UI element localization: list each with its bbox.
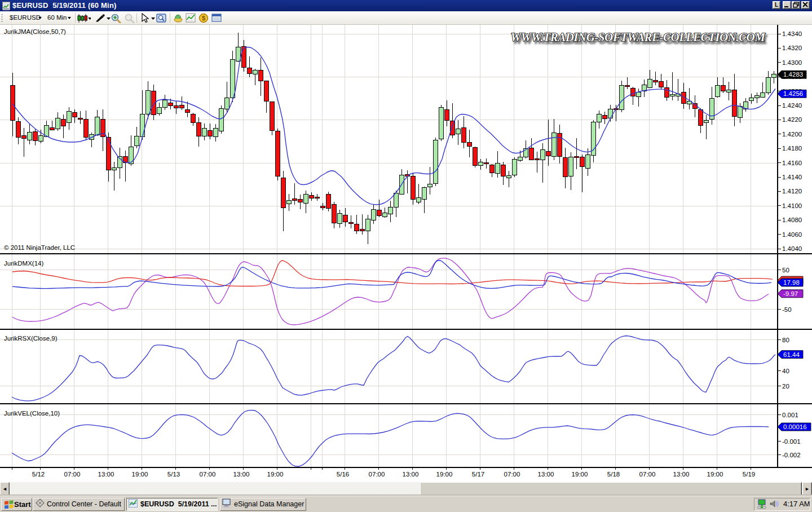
svg-text:-9.97: -9.97 [783,290,798,297]
svg-text:5/12: 5/12 [32,471,45,478]
svg-text:13:00: 13:00 [538,471,554,478]
svg-text:0.001: 0.001 [782,412,798,418]
svg-text:07:00: 07:00 [504,471,520,478]
svg-text:1.4060: 1.4060 [782,231,802,238]
svg-text:61.44: 61.44 [783,351,800,358]
svg-text:5/16: 5/16 [337,471,349,478]
svg-text:1.4200: 1.4200 [782,131,802,138]
svg-text:1.4160: 1.4160 [782,160,802,166]
svg-text:1.4180: 1.4180 [782,145,802,152]
svg-text:19:00: 19:00 [436,471,453,478]
svg-text:50: 50 [782,267,789,273]
svg-text:07:00: 07:00 [369,471,385,478]
svg-text:40: 40 [782,368,789,374]
svg-text:1.4283: 1.4283 [783,71,803,78]
svg-text:80: 80 [782,337,789,343]
svg-text:19:00: 19:00 [707,471,723,478]
svg-text:JurikDMX(14): JurikDMX(14) [4,260,43,267]
svg-text:© 2011 NinjaTrader, LLC: © 2011 NinjaTrader, LLC [4,244,75,251]
svg-text:5/19: 5/19 [743,471,755,478]
svg-text:WWW.TRADING-SOFTWARE-COLLECTIO: WWW.TRADING-SOFTWARE-COLLECTION.COM [511,30,766,44]
svg-text:13:00: 13:00 [233,471,250,478]
svg-text:1.4100: 1.4100 [782,202,802,209]
svg-text:17.98: 17.98 [783,279,800,286]
svg-text:-50: -50 [782,306,792,313]
svg-text:0.00016: 0.00016 [783,423,807,430]
svg-text:1.4300: 1.4300 [782,59,802,66]
svg-text:JurikRSX(Close,9): JurikRSX(Close,9) [4,335,58,342]
svg-text:1.4320: 1.4320 [782,45,802,51]
svg-text:1.4220: 1.4220 [782,116,802,123]
svg-text:19:00: 19:00 [267,471,284,478]
svg-text:5/13: 5/13 [167,471,180,478]
svg-text:$: $ [202,15,205,21]
svg-text:1.4340: 1.4340 [782,30,802,37]
svg-text:-0.001: -0.001 [782,438,801,445]
svg-text:13:00: 13:00 [673,471,690,478]
svg-text:1.4240: 1.4240 [782,102,802,109]
svg-text:-0.002: -0.002 [782,452,801,458]
svg-text:1.4040: 1.4040 [782,245,802,252]
svg-text:JurikJMA(Close,50,7): JurikJMA(Close,50,7) [4,28,66,35]
svg-text:07:00: 07:00 [200,471,216,478]
svg-text:JurikVEL(Close,10): JurikVEL(Close,10) [4,410,60,417]
svg-text:13:00: 13:00 [403,471,419,478]
svg-text:1.4256: 1.4256 [783,90,803,97]
svg-text:1.4080: 1.4080 [782,217,802,223]
svg-text:13:00: 13:00 [98,471,114,478]
svg-text:5/18: 5/18 [607,471,620,478]
svg-text:1.4120: 1.4120 [782,188,802,195]
svg-text:19:00: 19:00 [132,471,148,478]
svg-text:1.4140: 1.4140 [782,174,802,180]
svg-text:20: 20 [782,383,789,390]
svg-text:5/17: 5/17 [472,471,484,478]
svg-text:07:00: 07:00 [639,471,656,478]
svg-text:07:00: 07:00 [64,471,81,478]
svg-text:19:00: 19:00 [572,471,588,478]
